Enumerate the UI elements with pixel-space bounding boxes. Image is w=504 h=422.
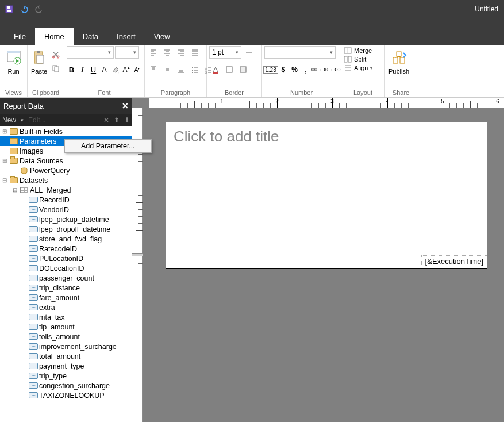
border-style-button[interactable] <box>243 46 255 59</box>
percent-button[interactable]: % <box>290 63 300 76</box>
copy-icon[interactable] <box>49 62 62 75</box>
shrink-font-button[interactable]: A▾ <box>132 63 142 76</box>
tree-field[interactable]: ⋯payment_type <box>0 361 132 371</box>
placeholder-format-button[interactable]: 1.23 <box>264 63 277 76</box>
border-width-combo[interactable]: 1 pt▾ <box>209 46 241 59</box>
tab-view[interactable]: View <box>145 28 179 45</box>
save-icon[interactable] <box>2 2 16 16</box>
tree-builtin-fields[interactable]: ⊞ Built-in Fields <box>0 126 132 136</box>
tree-field[interactable]: ⋯tolls_amount <box>0 332 132 342</box>
tree-field[interactable]: ⋯tip_amount <box>0 322 132 332</box>
valign-middle-button[interactable] <box>161 63 174 76</box>
tab-home[interactable]: Home <box>35 28 74 45</box>
svg-rect-4 <box>7 51 20 53</box>
cut-icon[interactable] <box>49 48 62 61</box>
panel-moveup-icon[interactable]: ⬆ <box>114 116 120 124</box>
background-color-button[interactable] <box>237 63 249 76</box>
quick-access-toolbar <box>0 2 48 16</box>
valign-top-button[interactable] <box>147 63 160 76</box>
tree-field[interactable]: ⋯mta_tax <box>0 312 132 322</box>
tree-field[interactable]: ⋯VendorID <box>0 205 132 214</box>
panel-new-button[interactable]: New <box>2 116 16 124</box>
tree-powerquery[interactable]: PowerQuery <box>0 166 132 175</box>
ribbon: Run Views Paste Clipboard ▾ <box>0 45 504 98</box>
grow-font-button[interactable]: A▴ <box>121 63 131 76</box>
align-button[interactable]: Align▾ <box>344 64 372 71</box>
design-surface[interactable]: 123456 Click to add title [&ExecutionTim… <box>132 98 504 422</box>
tree-field[interactable]: ⋯PULocationID <box>0 254 132 263</box>
run-button[interactable]: Run <box>2 46 25 75</box>
tab-insert[interactable]: Insert <box>107 28 145 45</box>
tree-field[interactable]: ⋯store_and_fwd_flag <box>0 234 132 244</box>
svg-rect-20 <box>226 67 232 72</box>
increase-decimal-button[interactable]: .00→.0 <box>312 63 325 76</box>
report-data-tree[interactable]: ⊞ Built-in Fields Parameters Images ⊟ Da… <box>0 126 132 422</box>
window-title: Untitled <box>475 5 504 13</box>
border-preset-button[interactable] <box>223 63 236 76</box>
align-left-button[interactable] <box>147 46 160 59</box>
tree-field[interactable]: ⋯trip_distance <box>0 283 132 293</box>
panel-delete-icon[interactable]: ✕ <box>103 116 109 124</box>
report-page[interactable]: Click to add title [&ExecutionTime] <box>166 122 487 269</box>
title-textbox[interactable]: Click to add title <box>170 126 483 147</box>
horizontal-ruler: 123456 <box>149 98 504 108</box>
vertical-ruler <box>132 108 143 422</box>
tab-file[interactable]: File <box>5 28 35 45</box>
svg-rect-8 <box>37 55 44 63</box>
svg-rect-24 <box>348 56 351 62</box>
tree-field[interactable]: ⋯fare_amount <box>0 293 132 302</box>
redo-icon[interactable] <box>32 2 46 16</box>
currency-button[interactable]: $ <box>278 63 288 76</box>
align-right-button[interactable] <box>175 46 187 59</box>
panel-close-button[interactable]: ✕ <box>122 101 129 110</box>
font-size-combo[interactable]: ▾ <box>115 46 139 59</box>
justify-button[interactable] <box>188 46 201 59</box>
split-button[interactable]: Split <box>344 56 372 63</box>
thousands-button[interactable]: , <box>301 63 311 76</box>
svg-rect-21 <box>240 67 246 72</box>
tree-field[interactable]: ⋯RatecodeID <box>0 244 132 254</box>
border-color-button[interactable] <box>209 63 222 76</box>
execution-time-textbox[interactable]: [&ExecutionTime] <box>421 255 487 268</box>
tree-field[interactable]: ⋯TAXIZONELOOKUP <box>0 390 132 400</box>
context-add-parameter[interactable]: Add Parameter... <box>65 140 151 152</box>
font-color-button[interactable]: A <box>99 63 109 76</box>
font-family-combo[interactable]: ▾ <box>67 46 114 59</box>
svg-rect-2 <box>7 10 11 12</box>
report-footer[interactable]: [&ExecutionTime] <box>166 255 487 268</box>
tree-field[interactable]: ⋯lpep_dropoff_datetime <box>0 224 132 234</box>
fill-color-button[interactable] <box>110 63 120 76</box>
number-format-combo[interactable]: ▾ <box>264 46 336 59</box>
paste-button[interactable]: Paste <box>30 46 48 75</box>
tree-field[interactable]: ⋯lpep_pickup_datetime <box>0 214 132 224</box>
tree-field[interactable]: ⋯passenger_count <box>0 273 132 283</box>
tree-datasets[interactable]: ⊟ Datasets <box>0 175 132 185</box>
paste-icon <box>30 48 48 67</box>
svg-rect-19 <box>213 72 218 74</box>
tree-field[interactable]: ⋯congestion_surcharge <box>0 381 132 390</box>
tree-field[interactable]: ⋯DOLocationID <box>0 263 132 273</box>
tree-datasources[interactable]: ⊟ Data Sources <box>0 156 132 166</box>
tree-field[interactable]: ⋯trip_type <box>0 371 132 381</box>
merge-button[interactable]: Merge <box>344 47 372 54</box>
report-body[interactable] <box>166 151 487 255</box>
undo-icon[interactable] <box>17 2 31 16</box>
panel-movedown-icon[interactable]: ⬇ <box>124 116 130 124</box>
tree-all-merged[interactable]: ⊟ ALL_Merged <box>0 185 132 195</box>
italic-button[interactable]: I <box>78 63 87 76</box>
tree-field[interactable]: ⋯RecordID <box>0 195 132 205</box>
bullets-button[interactable] <box>188 63 201 76</box>
publish-button[interactable]: Publish <box>387 46 410 75</box>
align-center-button[interactable] <box>161 46 174 59</box>
decrease-decimal-button[interactable]: .0→.00 <box>326 63 338 76</box>
underline-button[interactable]: U <box>89 63 98 76</box>
valign-bottom-button[interactable] <box>175 63 187 76</box>
panel-edit-button[interactable]: Edit... <box>28 116 46 124</box>
tree-field[interactable]: ⋯improvement_surcharge <box>0 342 132 351</box>
tree-field[interactable]: ⋯total_amount <box>0 351 132 361</box>
svg-point-15 <box>192 72 193 73</box>
bold-button[interactable]: B <box>67 63 76 76</box>
report-header[interactable]: Click to add title <box>166 122 487 151</box>
tab-data[interactable]: Data <box>74 28 107 45</box>
tree-field[interactable]: ⋯extra <box>0 302 132 312</box>
